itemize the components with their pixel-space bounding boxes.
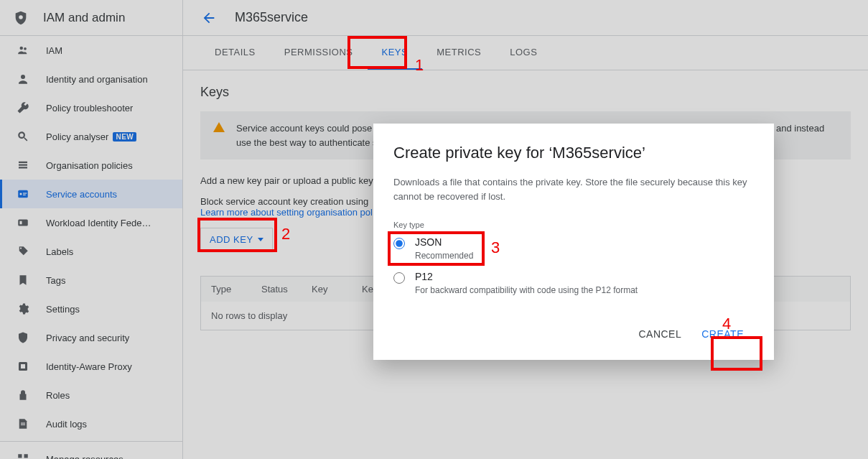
create-button[interactable]: CREATE bbox=[691, 323, 754, 346]
modal-description: Downloads a file that contains the priva… bbox=[393, 175, 754, 203]
key-type-label: Key type bbox=[393, 221, 754, 229]
radio-input[interactable] bbox=[393, 238, 405, 249]
option-label: JSON bbox=[415, 236, 473, 248]
key-type-option-p12[interactable]: P12For backward compatibility with code … bbox=[393, 271, 754, 295]
modal-actions: CANCEL CREATE bbox=[393, 305, 754, 360]
key-type-option-json[interactable]: JSONRecommended bbox=[393, 236, 754, 261]
option-sublabel: For backward compatibility with code usi… bbox=[415, 285, 638, 295]
modal-title: Create private key for ‘M365service’ bbox=[393, 144, 754, 162]
cancel-button[interactable]: CANCEL bbox=[628, 323, 691, 346]
create-key-modal: Create private key for ‘M365service’ Dow… bbox=[373, 124, 774, 360]
radio-input[interactable] bbox=[393, 272, 405, 284]
option-sublabel: Recommended bbox=[415, 251, 473, 261]
option-label: P12 bbox=[415, 271, 638, 282]
